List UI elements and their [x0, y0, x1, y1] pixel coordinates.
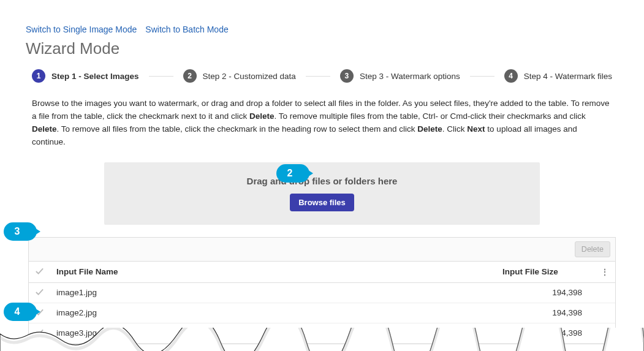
- step-1[interactable]: 1 Step 1 - Select Images: [32, 69, 139, 83]
- browse-files-button[interactable]: Browse files: [290, 194, 354, 211]
- step-4[interactable]: 4 Step 4 - Watermark files: [504, 69, 612, 83]
- file-name-cell: image2.jpg: [50, 303, 496, 323]
- step-label: Step 2 - Customized data: [203, 72, 296, 81]
- dropzone-text: Drag and drop files or folders here: [104, 176, 540, 186]
- select-all-checkbox[interactable]: [29, 262, 50, 283]
- dropzone[interactable]: Drag and drop files or folders here Brow…: [104, 162, 540, 225]
- step-2[interactable]: 2 Step 2 - Customized data: [183, 69, 296, 83]
- step-label: Step 4 - Watermark files: [524, 72, 612, 81]
- step-separator: [149, 76, 173, 77]
- link-batch-mode[interactable]: Switch to Batch Mode: [145, 25, 228, 34]
- step-3[interactable]: 3 Step 3 - Watermark options: [340, 69, 460, 83]
- check-icon: [35, 328, 44, 337]
- delete-button[interactable]: Delete: [575, 241, 610, 257]
- step-label: Step 3 - Watermark options: [360, 72, 460, 81]
- callout-2: 2: [276, 164, 309, 183]
- table-menu-button[interactable]: ⋮: [594, 262, 615, 283]
- step-number: 3: [340, 69, 354, 83]
- check-icon: [35, 287, 44, 296]
- step-number: 4: [504, 69, 518, 83]
- col-header-size[interactable]: Input File Size: [496, 262, 594, 283]
- col-header-name[interactable]: Input File Name: [50, 262, 496, 283]
- step-separator: [470, 76, 494, 77]
- row-checkbox[interactable]: [29, 323, 50, 343]
- file-size-cell: 194,398: [496, 303, 594, 323]
- wizard-steps: 1 Step 1 - Select Images 2 Step 2 - Cust…: [26, 69, 618, 83]
- table-row[interactable]: image2.jpg 194,398: [29, 303, 615, 323]
- file-table: Delete Input File Name Input File Size ⋮…: [28, 237, 616, 351]
- file-name-cell: image1.jpg: [50, 282, 496, 303]
- step-number: 2: [183, 69, 197, 83]
- callout-4: 4: [4, 303, 37, 321]
- table-row[interactable]: image3.jpg 194,398: [29, 323, 615, 343]
- callout-3: 3: [4, 222, 37, 241]
- page-title: Wizard Mode: [26, 39, 618, 58]
- instruction-text: Browse to the images you want to waterma…: [26, 97, 618, 149]
- table-row[interactable]: image1.jpg 194,398: [29, 282, 615, 303]
- link-single-image-mode[interactable]: Switch to Single Image Mode: [26, 25, 137, 34]
- step-label: Step 1 - Select Images: [51, 72, 139, 81]
- check-icon: [35, 266, 44, 276]
- row-checkbox[interactable]: [29, 282, 50, 303]
- file-name-cell: image3.jpg: [50, 323, 496, 343]
- step-number: 1: [32, 69, 45, 83]
- file-size-cell: 194,398: [496, 282, 594, 303]
- step-separator: [306, 76, 330, 77]
- file-size-cell: 194,398: [496, 323, 594, 343]
